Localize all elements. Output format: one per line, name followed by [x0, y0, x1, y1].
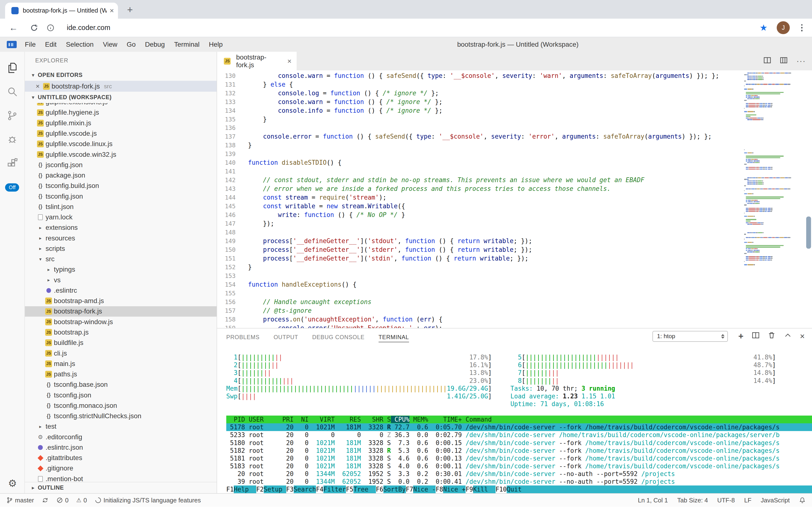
tree-item-gulpfile.vscode.linux.js[interactable]: JSgulpfile.vscode.linux.js [25, 139, 216, 149]
settings-gear-icon[interactable]: ⚙ [0, 477, 25, 489]
tree-item-bootstrap.js[interactable]: JSbootstrap.js [25, 327, 216, 337]
tree-item-gulpfile.hygiene.js[interactable]: JSgulpfile.hygiene.js [25, 107, 216, 118]
language-status-message[interactable]: Initializing JS/TS language features [95, 497, 201, 504]
tree-item-gulpfile.extensions.js[interactable]: JSgulpfile.extensions.js [25, 103, 216, 107]
close-panel-icon[interactable]: × [800, 332, 805, 341]
sync-icon[interactable] [42, 497, 49, 504]
tree-item-scripts[interactable]: ▸scripts [25, 243, 216, 254]
editor-scrollbar[interactable] [806, 217, 811, 249]
code-line-131[interactable]: 131 } else { [217, 80, 744, 89]
tree-item-buildfile.js[interactable]: JSbuildfile.js [25, 338, 216, 348]
code-line-141[interactable]: 141 [217, 167, 744, 176]
site-info-icon[interactable] [47, 24, 54, 32]
debug-icon[interactable] [0, 127, 25, 152]
menu-go[interactable]: Go [122, 41, 140, 48]
editor-tab[interactable]: JS bootstrap-fork.js × [217, 52, 297, 70]
tree-item-src[interactable]: ▾src [25, 254, 216, 264]
menu-selection[interactable]: Selection [61, 41, 98, 48]
source-control-icon[interactable] [0, 104, 25, 127]
errors-indicator[interactable]: 0 [56, 497, 69, 504]
section-outline[interactable]: ▸ OUTLINE [25, 482, 216, 493]
section-open-editors[interactable]: ▾ OPEN EDITORS [25, 69, 216, 81]
split-terminal-icon[interactable] [752, 331, 759, 341]
language-mode[interactable]: JavaScript [761, 497, 790, 504]
tree-item-yarn.lock[interactable]: yarn.lock [25, 212, 216, 222]
minimap[interactable] [744, 70, 806, 328]
menu-help[interactable]: Help [204, 41, 228, 48]
code-area[interactable]: 130 console.warn = function () { safeSen… [217, 70, 744, 328]
tree-item-typings[interactable]: ▸typings [25, 264, 216, 275]
extensions-icon[interactable] [0, 151, 25, 175]
code-line-138[interactable]: 138} [217, 141, 744, 150]
split-editor-icon[interactable] [763, 56, 771, 66]
code-line-153[interactable]: 153 [217, 272, 744, 280]
close-icon[interactable]: × [36, 82, 40, 90]
code-line-134[interactable]: 134 console.info = function () { /* igno… [217, 106, 744, 115]
tree-item-package.json[interactable]: {}package.json [25, 170, 216, 180]
tree-item-.eslintrc[interactable]: .eslintrc [25, 285, 216, 296]
git-branch-indicator[interactable]: master [6, 497, 34, 504]
menu-file[interactable]: File [20, 41, 40, 48]
code-line-139[interactable]: 139 [217, 150, 744, 158]
tab-close-icon[interactable]: × [110, 6, 114, 15]
new-tab-button[interactable]: + [123, 3, 137, 17]
tree-item-tsconfig.json[interactable]: {}tsconfig.json [25, 390, 216, 400]
tree-item-.mention-bot[interactable]: .mention-bot [25, 473, 216, 482]
tree-item-.gitattributes[interactable]: .gitattributes [25, 453, 216, 463]
code-line-155[interactable]: 155 [217, 289, 744, 298]
tree-item-jsconfig.json[interactable]: {}jsconfig.json [25, 160, 216, 170]
code-line-147[interactable]: 147 }); [217, 219, 744, 228]
tree-item-resources[interactable]: ▸resources [25, 233, 216, 243]
tree-item-gulpfile.mixin.js[interactable]: JSgulpfile.mixin.js [25, 118, 216, 128]
menu-edit[interactable]: Edit [40, 41, 61, 48]
code-line-152[interactable]: 152} [217, 263, 744, 272]
code-line-133[interactable]: 133 console.warn = function () { /* igno… [217, 98, 744, 106]
menu-terminal[interactable]: Terminal [170, 41, 204, 48]
notifications-bell-icon[interactable] [799, 497, 806, 504]
code-line-144[interactable]: 144 const stream = require('stream'); [217, 193, 744, 202]
terminal[interactable]: 1[||||||||||| 17.8%] 5[|||||||||||||||||… [217, 344, 812, 494]
code-line-146[interactable]: 146 write: function () { /* No OP */ } [217, 211, 744, 219]
tree-item-extensions[interactable]: ▸extensions [25, 223, 216, 233]
code-line-148[interactable]: 148 [217, 228, 744, 237]
kill-terminal-trash-icon[interactable] [768, 331, 775, 341]
close-icon[interactable]: × [288, 57, 292, 65]
panel-tab-output[interactable]: OUTPUT [274, 331, 298, 342]
cursor-position[interactable]: Ln 1, Col 1 [638, 497, 668, 504]
tree-item-vs[interactable]: ▸vs [25, 275, 216, 285]
htop-function-key-bar[interactable]: F1Help F2Setup F3SearchF4FilterF5Tree F6… [226, 486, 812, 493]
eol-indicator[interactable]: LF [744, 497, 751, 504]
tree-item-.gitignore[interactable]: .gitignore [25, 463, 216, 473]
code-line-158[interactable]: 158 process.on('uncaughtException', func… [217, 315, 744, 324]
tree-item-.eslintrc.json[interactable]: .eslintrc.json [25, 442, 216, 453]
panel-tab-terminal[interactable]: TERMINAL [379, 331, 409, 342]
code-line-156[interactable]: 156 // Handle uncaught exceptions [217, 298, 744, 306]
code-editor[interactable]: 130 console.warn = function () { safeSen… [217, 70, 812, 328]
terminal-picker-dropdown[interactable]: 1: htop [652, 331, 728, 342]
code-line-140[interactable]: 140function disableSTDIO() { [217, 158, 744, 167]
code-line-142[interactable]: 142 // const stdout, stderr and stdin be… [217, 176, 744, 184]
code-line-150[interactable]: 150 process['__defineGetter__']('stderr'… [217, 245, 744, 254]
tree-item-bootstrap-fork.js[interactable]: JSbootstrap-fork.js [25, 306, 216, 317]
code-line-145[interactable]: 145 const writable = new stream.Writable… [217, 202, 744, 211]
tree-item-paths.js[interactable]: JSpaths.js [25, 369, 216, 379]
code-line-157[interactable]: 157 // @ts-ignore [217, 306, 744, 315]
tree-item-tsconfig.base.json[interactable]: {}tsconfig.base.json [25, 380, 216, 390]
code-line-136[interactable]: 136 [217, 124, 744, 132]
menu-debug[interactable]: Debug [140, 41, 170, 48]
bookmark-star-icon[interactable]: ★ [759, 22, 767, 33]
panel-tab-problems[interactable]: PROBLEMS [226, 331, 260, 342]
tree-item-gulpfile.vscode.js[interactable]: JSgulpfile.vscode.js [25, 128, 216, 138]
browser-tab[interactable]: bootstrap-fork.js — Untitled (W × [5, 3, 118, 19]
tab-size-indicator[interactable]: Tab Size: 4 [677, 497, 708, 504]
profile-avatar[interactable]: J [777, 21, 790, 34]
code-line-135[interactable]: 135 } [217, 115, 744, 124]
tree-item-main.js[interactable]: JSmain.js [25, 358, 216, 369]
code-line-149[interactable]: 149 process['__defineGetter__']('stdout'… [217, 237, 744, 245]
code-line-130[interactable]: 130 console.warn = function () { safeSen… [217, 72, 744, 80]
reload-icon[interactable] [30, 24, 38, 32]
tree-item-tsconfig.monaco.json[interactable]: {}tsconfig.monaco.json [25, 400, 216, 411]
code-line-143[interactable]: 143 // error when we are inside a forked… [217, 184, 744, 193]
open-editor-item[interactable]: × JS bootstrap-fork.js src [25, 81, 216, 92]
code-line-154[interactable]: 154function handleExceptions() { [217, 280, 744, 289]
